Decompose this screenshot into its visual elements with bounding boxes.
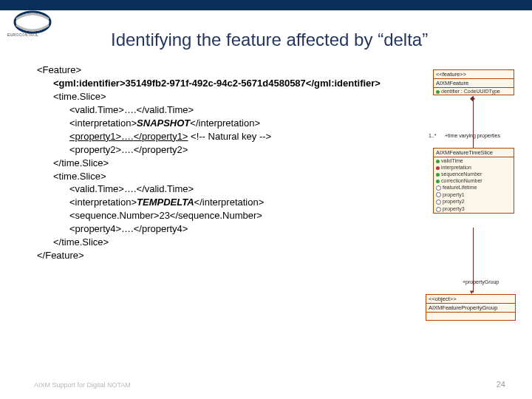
- uml-empty-compartment: [426, 313, 515, 320]
- footer-text: AIXM Support for Digital NOTAM: [34, 381, 131, 389]
- uml-class-name: AIXMFeatureTimeSlice: [434, 149, 514, 157]
- uml-stereotype: <<object>>: [426, 295, 515, 304]
- code-line: <property1>….</property1> <!-- Natural k…: [37, 130, 421, 143]
- top-banner: [0, 0, 532, 10]
- slide-title: Identifying the feature affected by “del…: [111, 30, 428, 50]
- logo-text: EUROCONTROL: [7, 33, 38, 37]
- code-line: <time.Slice>: [37, 90, 421, 103]
- code-line: <sequence.Number>23</sequence.Number>: [37, 209, 421, 222]
- uml-diagram: <<feature>> AIXMFeature dentifier : Code…: [411, 69, 514, 350]
- code-line: </Feature>: [37, 249, 421, 262]
- logo-icon: [10, 6, 55, 43]
- code-line: <property4>….</property4>: [37, 222, 421, 236]
- visibility-dot-icon: [436, 185, 441, 191]
- uml-role: +propertyGroup: [463, 279, 499, 284]
- uml-attribute: property1: [434, 191, 514, 199]
- diamond-icon: ◆: [470, 95, 475, 102]
- uml-role: +time varying properties: [445, 133, 500, 138]
- eurocontrol-logo: [10, 6, 55, 43]
- visibility-dot-icon: [436, 173, 440, 177]
- uml-class-propertygroup: <<object>> AIXMFeaturePropertyGroup: [426, 294, 516, 321]
- code-line: </time.Slice>: [37, 236, 421, 249]
- visibility-dot-icon: [436, 90, 440, 94]
- uml-class-name: AIXMFeature: [434, 79, 514, 88]
- code-line: </time.Slice>: [37, 157, 421, 170]
- visibility-dot-icon: [436, 207, 441, 212]
- code-line: <valid.Time>….</valid.Time>: [37, 103, 421, 117]
- uml-stereotype: <<feature>>: [434, 70, 514, 79]
- code-line: <gml:identifier>35149fb2-971f-492c-94c2-…: [37, 77, 421, 90]
- uml-multiplicity: 1..*: [429, 133, 437, 138]
- visibility-dot-icon: [436, 160, 440, 163]
- visibility-dot-icon: [436, 192, 441, 197]
- uml-attribute: featureLifetime: [434, 184, 514, 191]
- uml-attribute: sequenceNumber: [434, 171, 514, 177]
- uml-connector: [473, 96, 474, 148]
- code-line: <time.Slice>: [37, 170, 421, 183]
- visibility-dot-icon: [436, 200, 441, 205]
- code-line: <Feature>: [37, 64, 421, 77]
- code-line: <interpretation>TEMPDELTA</interpretatio…: [37, 196, 421, 209]
- uml-attribute: property3: [434, 205, 514, 213]
- uml-attribute: property2: [434, 198, 514, 205]
- code-line: <property2>….</property2>: [37, 143, 421, 157]
- uml-class-feature: <<feature>> AIXMFeature dentifier : Code…: [433, 69, 514, 95]
- slide-number: 24: [497, 380, 505, 389]
- uml-attribute: interpretation: [434, 164, 514, 171]
- visibility-dot-icon: [436, 166, 440, 170]
- uml-attribute: dentifier : CodeUUIDType: [434, 88, 514, 95]
- code-line: <interpretation>SNAPSHOT</interpretation…: [37, 117, 421, 130]
- uml-attribute: validTime: [434, 157, 514, 164]
- uml-class-timeslice: AIXMFeatureTimeSlice validTime interpret…: [433, 148, 514, 214]
- uml-attribute: correctionNumber: [434, 177, 514, 184]
- code-block: <Feature> <gml:identifier>35149fb2-971f-…: [37, 64, 421, 262]
- visibility-dot-icon: [436, 180, 440, 183]
- uml-class-name: AIXMFeaturePropertyGroup: [426, 304, 515, 313]
- code-line: <valid.Time>….</valid.Time>: [37, 183, 421, 196]
